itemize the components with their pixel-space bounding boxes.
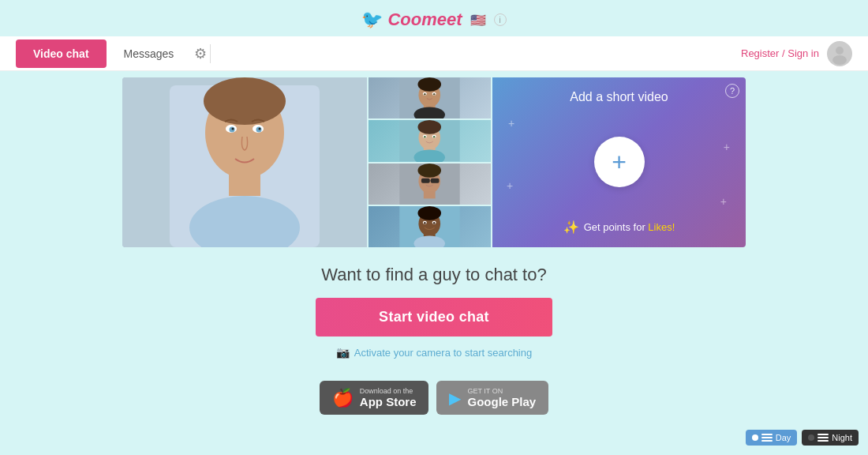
svg-point-0 [836,47,844,55]
logo-bird-icon: 🐦 [361,9,383,30]
photo-large-left [122,77,367,247]
appstore-badge-text: Download on the App Store [360,387,417,408]
svg-rect-6 [229,172,260,196]
day-label: Day [776,433,791,442]
logo-text: Coomeet [387,9,462,30]
appstore-name-text: App Store [360,395,417,408]
logo-area: 🐦 Coomeet 🇺🇸 i [361,9,506,30]
add-video-title: Add a short video [570,90,668,104]
decoration-plus-3: + [507,179,513,192]
day-line-3 [761,440,773,442]
tab-messages[interactable]: Messages [107,39,192,68]
googleplay-pre-text: GET IT ON [467,387,536,395]
person-photo-1 [122,77,367,247]
night-label: Night [832,433,852,442]
get-points-row: ✨ Get points for Likes! [563,220,675,235]
svg-point-25 [417,120,441,134]
svg-point-22 [433,93,435,95]
person-photo-5 [369,206,491,247]
night-mode-button[interactable]: Night [802,430,859,446]
day-line-2 [761,437,773,438]
cta-section: Want to find a guy to chat to? Start vid… [316,265,552,359]
tab-video-chat[interactable]: Video chat [16,39,107,68]
appstore-badge[interactable]: 🍎 Download on the App Store [320,381,429,415]
svg-point-21 [424,93,425,95]
google-icon: ▶ [449,389,461,408]
main-content: ? Add a short video + + + + + ✨ Get poin… [0,71,868,415]
photo-cell-2 [369,120,491,161]
day-mode-button[interactable]: Day [746,430,798,446]
night-line-3 [817,440,829,442]
day-line-1 [761,434,773,435]
svg-point-41 [417,206,441,220]
night-lines [817,434,829,442]
register-signin-link[interactable]: Register / Sign in [741,47,819,59]
photo-grid: ? Add a short video + + + + + ✨ Get poin… [122,77,746,247]
googleplay-name-text: Google Play [467,395,536,408]
nav-bar: Video chat Messages ⚙ Register / Sign in [0,36,868,71]
user-avatar-icon [829,43,851,65]
svg-rect-35 [424,190,436,198]
cta-headline: Want to find a guy to chat to? [321,265,546,285]
start-video-chat-button[interactable]: Start video chat [316,298,552,337]
googleplay-badge[interactable]: ▶ GET IT ON Google Play [436,381,548,415]
photo-col-middle [369,77,491,247]
header: 🐦 Coomeet 🇺🇸 i [0,0,868,36]
day-dot [752,434,758,441]
svg-point-30 [424,136,425,137]
add-video-button[interactable]: + [594,137,645,187]
person-photo-2 [369,77,491,118]
decoration-plus-4: + [720,195,727,208]
night-dot [808,434,814,441]
decoration-plus-2: + [724,141,730,153]
question-badge[interactable]: ? [725,84,739,98]
add-video-panel: ? Add a short video + + + + + ✨ Get poin… [492,77,746,247]
person-photo-4 [369,164,491,205]
apple-icon: 🍎 [332,388,354,408]
day-lines [761,434,773,442]
svg-point-16 [417,77,441,92]
app-badges: 🍎 Download on the App Store ▶ GET IT ON … [320,381,548,415]
nav-divider [210,44,211,63]
info-icon[interactable]: i [494,13,507,26]
photo-cell-3 [369,164,491,205]
logo-flag-icon: 🇺🇸 [470,13,486,28]
camera-icon: 📷 [336,346,350,359]
appstore-pre-text: Download on the [360,387,417,395]
nav-right-section: Register / Sign in [741,41,852,66]
avatar[interactable] [827,41,852,66]
svg-point-34 [417,164,441,178]
camera-hint: 📷 Activate your camera to start searchin… [336,346,532,359]
svg-point-12 [232,128,234,130]
person-photo-3 [369,120,491,161]
photo-cell-1 [369,77,491,118]
googleplay-badge-text: GET IT ON Google Play [467,387,536,408]
settings-gear-icon[interactable]: ⚙ [194,45,207,62]
svg-point-13 [259,128,261,130]
svg-point-46 [424,222,425,224]
get-points-text: Get points for Likes! [584,221,675,233]
day-night-toggle: Day Night [746,430,859,446]
night-line-2 [817,437,829,438]
svg-rect-36 [421,178,430,182]
camera-hint-text: Activate your camera to start searching [354,347,532,359]
svg-point-31 [433,136,435,137]
svg-point-5 [204,77,286,125]
sparkle-icon: ✨ [563,220,579,235]
night-line-1 [817,434,829,435]
svg-point-1 [832,55,847,65]
svg-point-47 [433,222,435,224]
decoration-plus-1: + [508,117,514,130]
photo-cell-4 [369,206,491,247]
svg-rect-37 [431,178,440,182]
